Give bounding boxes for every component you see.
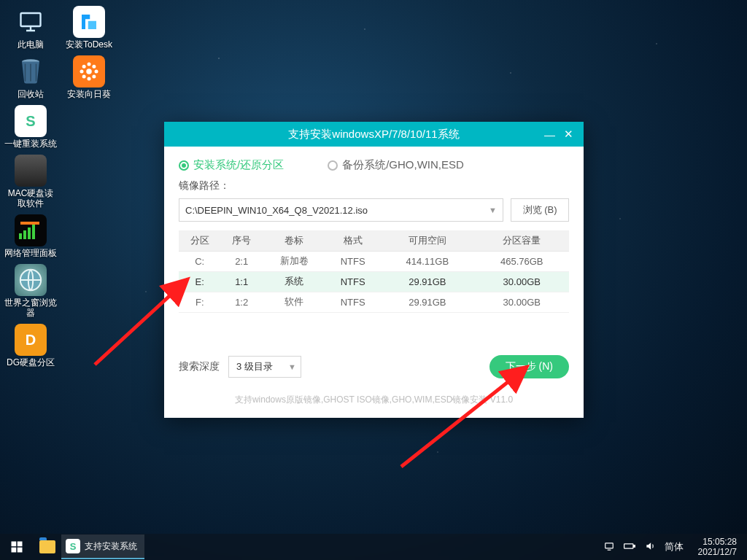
minimize-button[interactable]: ― (544, 128, 555, 141)
cell-idx: 1:2 (220, 292, 262, 312)
col-fs[interactable]: 格式 (325, 230, 380, 251)
tray-network-icon[interactable] (603, 541, 615, 553)
chevron-down-icon: ▼ (489, 206, 497, 214)
svg-rect-19 (12, 542, 17, 547)
desktop-icon-mac-disk[interactable]: MAC硬盘读 取软件 (3, 155, 58, 209)
desktop-icon-reinstall[interactable]: S 一键重装系统 (3, 105, 58, 149)
radio-icon (328, 160, 338, 171)
desktop-icon-dg-partition[interactable]: D DG硬盘分区 (3, 324, 58, 368)
svg-rect-21 (12, 548, 17, 553)
titlebar[interactable]: 支持安装windowsXP/7/8/10/11系统 ― ✕ (164, 122, 584, 147)
svg-point-12 (95, 70, 98, 74)
desktop-icon-label: 安装ToDesk (66, 39, 112, 50)
desktop-icon-label: 回收站 (18, 89, 44, 99)
tray-time: 15:05:28 (698, 537, 737, 547)
desktop-icon-todesk[interactable]: 安装ToDesk (61, 6, 117, 50)
cell-label: 软件 (263, 292, 325, 312)
desktop-icon-label: 一键重装系统 (4, 139, 57, 149)
tray-battery-icon[interactable] (624, 541, 635, 553)
next-button[interactable]: 下一步 (N) (489, 355, 569, 378)
col-label[interactable]: 卷标 (263, 230, 325, 251)
svg-point-13 (82, 65, 86, 69)
svg-rect-0 (21, 13, 41, 26)
tab-label: 备份系统/GHO,WIN,ESD (342, 158, 464, 172)
table-row[interactable]: C:2:1新加卷NTFS414.11GB465.76GB (179, 251, 569, 271)
svg-point-9 (88, 63, 91, 66)
radio-icon (179, 160, 189, 171)
svg-rect-3 (23, 230, 26, 239)
window-title: 支持安装windowsXP/7/8/10/11系统 (288, 128, 459, 141)
tray-ime[interactable]: 简体 (665, 540, 684, 553)
col-partition[interactable]: 分区 (179, 230, 220, 251)
cell-part: C: (179, 251, 220, 271)
start-button[interactable] (0, 534, 34, 560)
svg-rect-22 (18, 548, 23, 553)
table-row[interactable]: F:1:2软件NTFS29.91GB30.00GB (179, 292, 569, 312)
trash-icon (15, 55, 47, 88)
desktop-icon-sunflower[interactable]: 安装向日葵 (61, 55, 117, 99)
taskbar-app-installer[interactable]: S 支持安装系统 (61, 534, 144, 559)
cell-fs: NTFS (325, 251, 380, 271)
svg-rect-25 (633, 545, 635, 546)
sunflower-icon (73, 55, 105, 88)
desktop-icon-pc[interactable]: 此电脑 (3, 6, 58, 50)
svg-rect-4 (28, 228, 31, 239)
mode-tabs: 安装系统/还原分区 备份系统/GHO,WIN,ESD (164, 147, 584, 176)
cell-fs: NTFS (325, 271, 380, 292)
cell-idx: 1:1 (220, 271, 262, 292)
app-icon: S (66, 539, 80, 553)
table-row[interactable]: E:1:1系统NTFS29.91GB30.00GB (179, 271, 569, 292)
svg-point-16 (92, 74, 96, 78)
tray-date: 2021/12/7 (698, 547, 737, 557)
folder-icon (39, 540, 55, 553)
browse-button[interactable]: 浏览 (B) (511, 198, 569, 222)
chevron-down-icon: ▼ (288, 362, 296, 371)
image-path-value: C:\DEEPIN_WIN10_X64_Q8_V2021.12.iso (185, 205, 368, 216)
tray-volume-icon[interactable] (644, 541, 656, 553)
col-total[interactable]: 分区容量 (475, 230, 569, 251)
tab-install-restore[interactable]: 安装系统/还原分区 (179, 158, 284, 172)
taskbar-app-label: 支持安装系统 (85, 540, 137, 553)
col-free[interactable]: 可用空间 (380, 230, 474, 251)
reinstall-icon: S (15, 105, 47, 137)
desktop-icon-theworld-browser[interactable]: 世界之窗浏览 器 (3, 264, 58, 318)
cell-free: 414.11GB (380, 251, 474, 271)
search-depth-label: 搜索深度 (179, 360, 220, 373)
svg-point-11 (80, 70, 84, 74)
desktop-icon-label: 安装向日葵 (67, 89, 111, 99)
tab-label: 安装系统/还原分区 (193, 158, 284, 172)
desktop-icon-label: DG硬盘分区 (7, 357, 55, 368)
cell-fs: NTFS (325, 292, 380, 312)
taskbar-explorer[interactable] (34, 534, 61, 560)
desktop-icon-net-panel[interactable]: 网络管理面板 (3, 214, 58, 258)
globe-icon (15, 264, 47, 296)
desktop-icon-label: MAC硬盘读 取软件 (8, 188, 54, 209)
network-panel-icon (15, 214, 47, 246)
dg-icon: D (15, 324, 47, 356)
todesk-icon (73, 6, 105, 38)
tab-backup[interactable]: 备份系统/GHO,WIN,ESD (328, 158, 464, 172)
desktop-icon-recycle-bin[interactable]: 回收站 (3, 55, 58, 99)
close-button[interactable]: ✕ (564, 128, 573, 141)
svg-rect-2 (19, 233, 22, 239)
col-index[interactable]: 序号 (220, 230, 262, 251)
image-path-combo[interactable]: C:\DEEPIN_WIN10_X64_Q8_V2021.12.iso ▼ (179, 198, 503, 222)
tray-clock[interactable]: 15:05:28 2021/12/7 (692, 537, 743, 557)
desktop-icons-col1: 此电脑 回收站 S 一键重装系统 MAC硬盘读 取软件 网络管理面板 世界之窗浏… (0, 0, 61, 379)
svg-rect-20 (18, 542, 23, 547)
apple-icon (15, 155, 47, 187)
footer-text: 支持windows原版镜像,GHOST ISO镜像,GHO,WIM,ESD镜像安… (164, 394, 584, 406)
cell-free: 29.91GB (380, 292, 474, 312)
svg-rect-5 (32, 225, 35, 239)
svg-rect-6 (20, 222, 39, 225)
svg-point-15 (82, 74, 86, 78)
taskbar: S 支持安装系统 简体 15:05:28 2021/12/7 (0, 534, 747, 560)
cell-part: F: (179, 292, 220, 312)
search-depth-select[interactable]: 3 级目录 ▼ (228, 356, 301, 378)
cell-free: 29.91GB (380, 271, 474, 292)
desktop-icons-col2: 安装ToDesk 安装向日葵 (58, 0, 120, 111)
svg-rect-23 (605, 542, 613, 548)
cell-part: E: (179, 271, 220, 292)
installer-window: 支持安装windowsXP/7/8/10/11系统 ― ✕ 安装系统/还原分区 … (164, 122, 584, 418)
svg-rect-24 (624, 543, 632, 548)
